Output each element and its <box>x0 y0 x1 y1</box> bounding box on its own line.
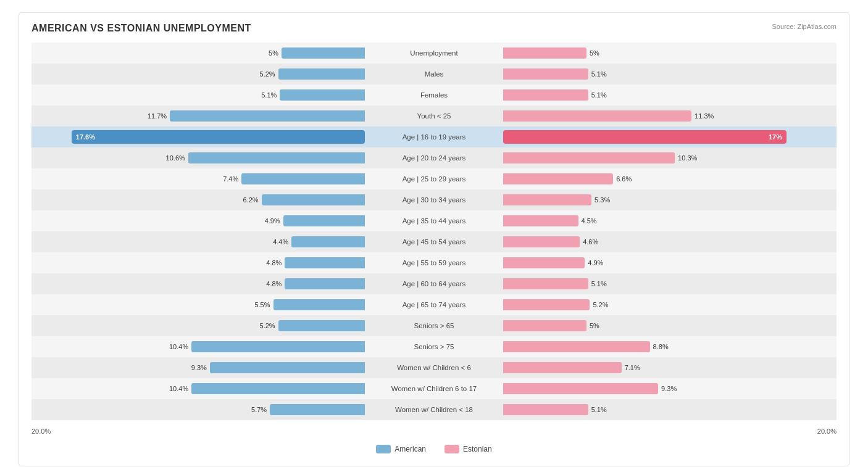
mid-label: Age | 16 to 19 years <box>366 133 502 141</box>
estonian-bar <box>503 152 675 163</box>
estonian-bar <box>503 257 585 268</box>
bar-value-american: 5.7% <box>245 406 267 413</box>
right-half: 6.6% <box>502 168 837 189</box>
right-half: 10.3% <box>502 147 837 168</box>
american-bar <box>191 383 365 394</box>
american-bar <box>270 404 365 415</box>
bar-value-estonian: 5% <box>590 49 611 57</box>
bar-value-american: 5.2% <box>254 70 275 78</box>
mid-label: Youth < 25 <box>366 112 502 120</box>
right-half: 4.5% <box>502 210 837 231</box>
left-half: 4.4% <box>31 231 366 252</box>
legend: American Estonian <box>31 445 837 453</box>
left-half: 10.4% <box>31 336 366 357</box>
mid-label: Unemployment <box>366 49 502 57</box>
chart-header: AMERICAN VS ESTONIAN UNEMPLOYMENT Source… <box>31 23 837 34</box>
bar-value-estonian: 6.6% <box>616 175 638 183</box>
mid-label: Age | 35 to 44 years <box>366 217 502 225</box>
american-bar <box>285 278 365 289</box>
bar-value-estonian: 4.9% <box>588 259 609 267</box>
data-row: 6.2% Age | 30 to 34 years 5.3% <box>31 189 837 210</box>
mid-label: Age | 20 to 24 years <box>366 154 502 162</box>
data-row: 4.4% Age | 45 to 54 years 4.6% <box>31 231 837 252</box>
left-half: 5.2% <box>31 64 366 85</box>
right-half: 17% <box>502 126 837 147</box>
right-half: 5% <box>502 43 837 64</box>
bar-value-american: 9.3% <box>185 364 207 371</box>
right-half: 5% <box>502 315 837 336</box>
bar-value-american: 4.8% <box>260 280 282 287</box>
estonian-bar <box>503 110 691 122</box>
mid-label: Females <box>366 91 502 99</box>
american-bar <box>170 110 365 122</box>
mid-label: Age | 25 to 29 years <box>366 175 502 183</box>
data-row: 4.8% Age | 55 to 59 years 4.9% <box>31 252 837 273</box>
left-half: 6.2% <box>31 189 366 210</box>
right-half: 8.8% <box>502 336 837 357</box>
bar-value-estonian: 5% <box>590 322 611 329</box>
bar-value-estonian: 5.1% <box>591 406 613 413</box>
right-half: 4.9% <box>502 252 837 273</box>
data-row: 10.4% Seniors > 75 8.8% <box>31 336 837 357</box>
american-bar <box>291 236 365 247</box>
estonian-bar <box>503 236 580 247</box>
right-half: 4.6% <box>502 231 837 252</box>
legend-label-estonian: Estonian <box>463 445 492 453</box>
estonian-bar <box>503 299 590 310</box>
bar-value-american: 5.5% <box>249 301 270 308</box>
axis-row: 20.0% 20.0% <box>31 423 837 440</box>
american-bar <box>262 194 365 205</box>
bar-value-american: 4.8% <box>260 259 282 267</box>
mid-label: Women w/ Children < 18 <box>366 406 502 413</box>
american-bar: 17.6% <box>72 130 365 144</box>
bar-value-american: 7.4% <box>217 175 238 183</box>
legend-swatch-estonian <box>444 445 459 453</box>
bar-value-estonian: 4.5% <box>582 217 603 225</box>
american-bar <box>273 299 365 310</box>
bar-value-estonian: 9.3% <box>661 385 683 392</box>
estonian-bar <box>503 383 658 394</box>
bar-value-estonian: 5.1% <box>591 280 613 287</box>
bar-value-estonian: 17% <box>769 133 782 141</box>
data-row: 5.2% Seniors > 65 5% <box>31 315 837 336</box>
estonian-bar <box>503 68 588 80</box>
estonian-bar: 17% <box>503 130 787 144</box>
bar-value-american: 10.6% <box>164 154 185 162</box>
data-row: 9.3% Women w/ Children < 6 7.1% <box>31 357 837 378</box>
american-bar <box>188 152 365 163</box>
data-row: 5.7% Women w/ Children < 18 5.1% <box>31 399 837 420</box>
mid-label: Seniors > 75 <box>366 343 502 350</box>
mid-label: Age | 30 to 34 years <box>366 196 502 204</box>
mid-label: Seniors > 65 <box>366 322 502 329</box>
axis-right: 20.0% <box>502 428 837 435</box>
bar-value-estonian: 10.3% <box>678 154 699 162</box>
left-half: 9.3% <box>31 357 366 378</box>
estonian-bar <box>503 48 586 59</box>
estonian-bar <box>503 404 588 415</box>
chart-container: AMERICAN VS ESTONIAN UNEMPLOYMENT Source… <box>19 12 849 466</box>
right-half: 5.2% <box>502 294 837 315</box>
bar-value-estonian: 4.6% <box>583 238 604 246</box>
american-bar <box>241 173 365 184</box>
american-bar <box>282 48 365 59</box>
bar-value-american: 10.4% <box>167 385 188 392</box>
bar-value-american: 4.9% <box>259 217 280 225</box>
mid-label: Women w/ Children < 6 <box>366 364 502 371</box>
data-row: 4.8% Age | 60 to 64 years 5.1% <box>31 273 837 294</box>
right-half: 5.1% <box>502 273 837 294</box>
left-half: 5.1% <box>31 85 366 105</box>
mid-label: Age | 45 to 54 years <box>366 238 502 246</box>
legend-item-american: American <box>376 445 426 453</box>
right-half: 7.1% <box>502 357 837 378</box>
data-row: 5% Unemployment 5% <box>31 43 837 64</box>
american-bar <box>280 89 365 101</box>
bar-value-estonian: 11.3% <box>695 112 716 120</box>
estonian-bar <box>503 320 586 331</box>
right-half: 5.1% <box>502 399 837 420</box>
mid-label: Age | 60 to 64 years <box>366 280 502 287</box>
american-bar <box>210 362 365 373</box>
bar-value-american: 5.2% <box>254 322 275 329</box>
axis-left-label: 20.0% <box>31 428 51 435</box>
mid-label: Women w/ Children 6 to 17 <box>366 385 502 392</box>
left-half: 5.5% <box>31 294 366 315</box>
